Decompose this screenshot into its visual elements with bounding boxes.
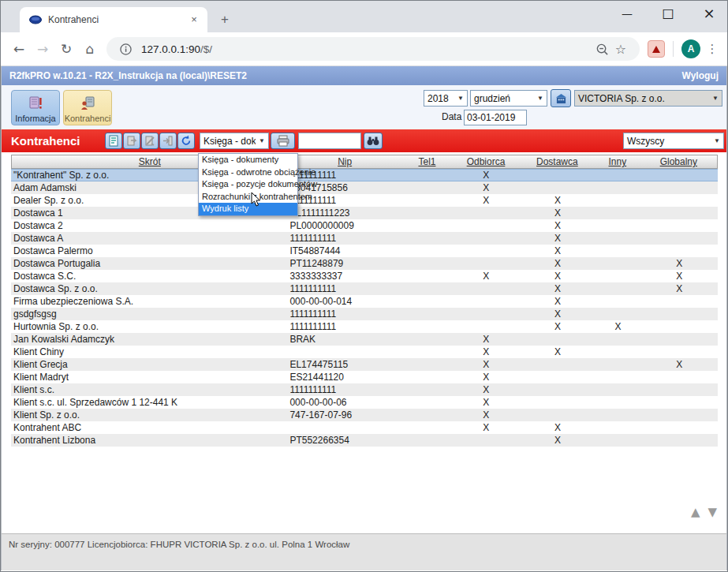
find-button[interactable] — [364, 133, 383, 149]
cell-odbiorca: X — [453, 181, 521, 194]
window-close-button[interactable]: × — [697, 2, 721, 24]
month-select[interactable]: grudzień▼ — [470, 90, 547, 107]
kontrahenci-button[interactable]: Kontrahenci — [63, 90, 112, 125]
home-icon[interactable]: ⌂ — [78, 37, 102, 61]
search-input[interactable] — [298, 133, 361, 149]
column-header[interactable]: Tel1 — [402, 155, 453, 168]
column-header[interactable]: Globalny — [640, 155, 717, 168]
table-row[interactable]: Kontrahent LizbonaPT552266354X — [11, 434, 718, 447]
chrome-menu-icon[interactable]: ⋮ — [704, 42, 721, 56]
refresh-button[interactable] — [177, 133, 195, 149]
filter-select[interactable]: Wszyscy▼ — [623, 133, 724, 149]
menu-item[interactable]: Rozrachunki z kontrahentem — [199, 191, 297, 204]
date-field[interactable] — [464, 110, 527, 125]
edit-record-button[interactable] — [123, 133, 140, 149]
new-record-button[interactable] — [105, 133, 122, 149]
table-row[interactable]: Klient Sp. z o.o.747-167-07-96X — [11, 409, 718, 421]
cell-skrot: Dostawca S.C. — [11, 270, 287, 282]
print-button[interactable] — [271, 133, 295, 149]
cell-globalny — [640, 308, 718, 320]
window-maximize-button[interactable]: □ — [656, 2, 680, 24]
informacja-button[interactable]: Informacja — [11, 90, 60, 125]
table-row[interactable]: Klient MadrytES21441120X — [11, 371, 718, 383]
cell-odbiorca — [453, 232, 521, 245]
scroll-up-button[interactable]: ▲ — [691, 505, 700, 519]
table-row[interactable]: gsdgfsgsg1111111111X — [11, 308, 718, 320]
scroll-down-button[interactable]: ▼ — [707, 505, 717, 519]
window-minimize-button[interactable]: — — [615, 2, 639, 24]
table-row[interactable]: "Kontrahent" Sp. z o.o.1111111111X — [11, 169, 718, 181]
reload-icon[interactable]: ↻ — [54, 37, 78, 61]
table-row[interactable]: Klient s.c.1111111111X — [11, 383, 718, 396]
cell-skrot: Klient Grecja — [11, 358, 287, 371]
table-row[interactable]: Dostawca 1PL1111111223X — [11, 207, 718, 219]
year-select[interactable]: 2018▼ — [424, 90, 468, 107]
cell-nip — [287, 421, 401, 434]
table-row[interactable]: Dostawca S.C.3333333337XXX — [11, 270, 718, 282]
table-row[interactable]: Jan Kowalski AdamczykBRAKX — [11, 333, 718, 346]
cell-odbiorca: X — [453, 346, 521, 358]
table-row[interactable]: Dostawca 2PL0000000009X — [11, 219, 718, 232]
table-body: "Kontrahent" Sp. z o.o.1111111111XAdam A… — [11, 169, 718, 447]
table-row[interactable]: Dostawca Sp. z o.o.1111111111XX — [11, 282, 718, 295]
bookmark-star-icon[interactable]: ☆ — [611, 39, 630, 58]
menu-item[interactable]: Wydruk listy — [199, 203, 297, 215]
tab-title: Kontrahenci — [48, 14, 187, 25]
export-record-button[interactable] — [159, 133, 177, 149]
table-row[interactable]: Kontrahent ABCXX — [11, 421, 718, 434]
menu-item[interactable]: Księga - odwrotne obciążenie — [199, 166, 297, 179]
cell-inny — [595, 232, 641, 245]
table-row[interactable]: Klient ChinyXX — [11, 346, 718, 358]
column-header[interactable]: Dostawca — [520, 155, 595, 168]
logout-link[interactable]: Wyloguj — [682, 70, 719, 81]
url-input[interactable]: 127.0.0.1:90/$/ ☆ — [106, 37, 640, 61]
tab-close-icon[interactable]: × — [187, 13, 201, 27]
table-row[interactable]: Klient GrecjaEL174475115XX — [11, 358, 718, 371]
cell-dostawca — [520, 169, 595, 181]
report-select[interactable]: Księga - dokume▼ — [200, 133, 269, 149]
table-row[interactable]: Dostawca A1111111111X — [11, 232, 718, 245]
contractors-table: SkrótNipTel1OdbiorcaDostawcaInnyGlobalny… — [2, 152, 726, 533]
cell-inny — [595, 396, 641, 409]
cell-skrot: gsdgfsgsg — [11, 308, 287, 320]
new-tab-button[interactable]: + — [215, 10, 234, 29]
column-header[interactable]: Odbiorca — [452, 155, 519, 168]
browser-tab[interactable]: Kontrahenci × — [20, 7, 207, 32]
delete-record-button[interactable] — [141, 133, 159, 149]
cell-globalny — [640, 194, 718, 207]
cell-dostawca: X — [520, 308, 595, 320]
table-row[interactable]: Dostawca PortugaliaPT11248879XX — [11, 257, 718, 270]
cell-inny: X — [595, 320, 641, 333]
month-value: grudzień — [474, 93, 510, 104]
cell-tel1 — [402, 219, 453, 232]
chrome-divider — [673, 41, 674, 57]
menu-item[interactable]: Księga - dokumenty — [199, 154, 297, 166]
page-info-icon[interactable] — [116, 39, 135, 58]
cell-odbiorca: X — [453, 383, 521, 396]
cell-odbiorca — [453, 434, 521, 447]
cell-dostawca — [520, 181, 595, 194]
company-select[interactable]: VICTORIA Sp. z o.o.▼ — [574, 90, 722, 107]
cell-globalny — [640, 169, 718, 181]
table-row[interactable]: Dostawca PalermoIT54887444X — [11, 245, 718, 257]
zoom-out-icon[interactable] — [592, 39, 611, 58]
table-row[interactable]: Klient s.c. ul. Sprzedawców 1 12-441 K00… — [11, 396, 718, 409]
adobe-acrobat-extension-icon[interactable] — [648, 40, 665, 58]
back-icon[interactable]: ← — [7, 37, 31, 61]
table-row[interactable]: Hurtownia Sp. z o.o.1111111111XX — [11, 320, 718, 333]
cell-odbiorca: X — [453, 169, 521, 181]
table-row[interactable]: Dealer Sp. z o.o.1111111111XX — [11, 194, 718, 207]
menu-item[interactable]: Księga - pozycje dokumentów — [199, 178, 297, 191]
column-header[interactable]: Inny — [595, 155, 640, 168]
cell-nip: PL1111111223 — [287, 207, 401, 219]
cell-tel1 — [402, 434, 453, 447]
cell-odbiorca — [453, 245, 521, 257]
cell-tel1 — [402, 245, 453, 257]
tab-strip: Kontrahenci × + — □ × — [1, 1, 727, 32]
table-row[interactable]: Adam Adamski78041715856X — [11, 181, 718, 194]
forward-icon[interactable]: → — [31, 37, 54, 61]
column-header[interactable]: Nip — [288, 155, 402, 168]
table-row[interactable]: Firma ubezpieczeniowa S.A.000-00-00-014X — [11, 295, 718, 308]
profile-avatar[interactable]: A — [681, 39, 700, 58]
company-picker-button[interactable] — [551, 89, 571, 107]
